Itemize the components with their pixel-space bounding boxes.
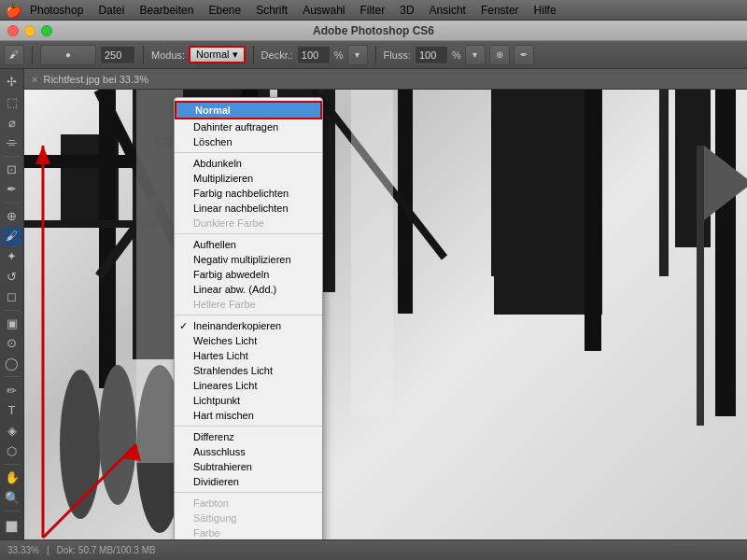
blend-farbe-item: Farbe bbox=[175, 525, 322, 539]
gradient-tool[interactable]: ▣ bbox=[2, 315, 22, 333]
menu-datei[interactable]: Datei bbox=[91, 2, 132, 19]
blend-weiches-licht-item[interactable]: Weiches Licht bbox=[175, 333, 322, 348]
blend-farbton-item: Farbton bbox=[175, 496, 322, 511]
shape-tool[interactable]: ⬡ bbox=[2, 441, 22, 460]
zoom-tool[interactable]: 🔍 bbox=[2, 488, 22, 507]
dd-sep-1 bbox=[175, 152, 322, 153]
zoom-level: 33.33% bbox=[7, 545, 39, 555]
eyedropper-tool[interactable]: ✒ bbox=[2, 180, 22, 199]
blend-farbig-abwedeln-item[interactable]: Farbig abwedeln bbox=[175, 267, 322, 282]
blend-aufhellen-item[interactable]: Aufhellen bbox=[175, 237, 322, 252]
brush-size-input[interactable] bbox=[100, 46, 135, 64]
blend-linear-nachbelichten-item[interactable]: Linear nachbelichten bbox=[175, 201, 322, 216]
brush-icon: 🖌 bbox=[9, 49, 19, 60]
menu-filter[interactable]: Filter bbox=[353, 2, 393, 19]
blend-abdunkeln-item[interactable]: Abdunkeln bbox=[175, 156, 322, 171]
brush-picker-btn[interactable]: ● bbox=[40, 45, 96, 65]
document-tab[interactable]: × Richtfest.jpg bei 33.3% bbox=[24, 69, 747, 90]
mode-label: Modus: bbox=[151, 49, 185, 61]
menu-ansicht[interactable]: Ansicht bbox=[422, 2, 473, 19]
eraser-tool[interactable]: ◻ bbox=[2, 287, 22, 306]
blend-hellere-farbe-item: Hellere Farbe bbox=[175, 297, 322, 312]
blend-hartes-licht-item[interactable]: Hartes Licht bbox=[175, 348, 322, 363]
menu-schrift[interactable]: Schrift bbox=[248, 2, 295, 19]
dropdown-menu: Normal Dahinter auftragen Löschen Abdunk… bbox=[174, 97, 323, 539]
menu-hilfe[interactable]: Hilfe bbox=[527, 2, 564, 19]
blend-hart-mischen-item[interactable]: Hart mischen bbox=[175, 408, 322, 423]
left-toolbar: ✢ ⬚ ⌀ ⌯ ⊡ ✒ ⊕ 🖌 ✦ ↺ ◻ ▣ ⊙ ◯ ✏ T ◈ ⬡ ✋ 🔍 … bbox=[0, 69, 24, 539]
titlebar: Adobe Photoshop CS6 bbox=[0, 21, 747, 41]
flow-input[interactable] bbox=[415, 46, 448, 64]
svg-rect-4 bbox=[24, 155, 136, 168]
blend-multiplizieren-item[interactable]: Multiplizieren bbox=[175, 171, 322, 186]
window-controls bbox=[7, 25, 52, 36]
lasso-tool[interactable]: ⌀ bbox=[2, 113, 22, 132]
flow-slider-btn[interactable]: ▾ bbox=[465, 45, 486, 65]
statusbar-sep: | bbox=[47, 545, 49, 555]
menu-ebene[interactable]: Ebene bbox=[201, 2, 248, 19]
blend-mode-dropdown: Normal Dahinter auftragen Löschen Abdunk… bbox=[174, 97, 323, 539]
path-tool[interactable]: ◈ bbox=[2, 422, 22, 441]
opacity-slider-btn[interactable]: ▾ bbox=[347, 45, 368, 65]
blend-farbig-nachbelichten-item[interactable]: Farbig nachbelichten bbox=[175, 186, 322, 201]
blend-ineinanderkopieren-item[interactable]: Ineinanderkopieren bbox=[175, 318, 322, 333]
dodge-tool[interactable]: ◯ bbox=[2, 355, 22, 373]
blend-subtrahieren-item[interactable]: Subtrahieren bbox=[175, 459, 322, 474]
svg-rect-8 bbox=[491, 90, 502, 276]
opacity-input[interactable] bbox=[297, 46, 331, 64]
blend-dividieren-item[interactable]: Dividieren bbox=[175, 474, 322, 489]
blend-loeschen-item[interactable]: Löschen bbox=[175, 134, 322, 149]
blend-linear-abw-item[interactable]: Linear abw. (Add.) bbox=[175, 282, 322, 297]
marquee-tool[interactable]: ⬚ bbox=[2, 93, 22, 112]
move-tool[interactable]: ✢ bbox=[2, 73, 22, 91]
menu-3d[interactable]: 3D bbox=[392, 2, 421, 19]
tool-sep-3 bbox=[4, 310, 21, 311]
blend-lichtpunkt-item[interactable]: Lichtpunkt bbox=[175, 393, 322, 408]
blend-dahinter-item[interactable]: Dahinter auftragen bbox=[175, 119, 322, 134]
hand-tool[interactable]: ✋ bbox=[2, 469, 22, 487]
crop-tool[interactable]: ⊡ bbox=[2, 160, 22, 178]
tool-sep-4 bbox=[4, 376, 21, 377]
blend-ausschluss-item[interactable]: Ausschluss bbox=[175, 444, 322, 459]
menu-auswahl[interactable]: Auswahl bbox=[295, 2, 352, 19]
tool-sep-6 bbox=[4, 511, 21, 511]
stamp-tool[interactable]: ✦ bbox=[2, 247, 22, 266]
blend-strahlendes-licht-item[interactable]: Strahlendes Licht bbox=[175, 363, 322, 378]
opacity-percent: % bbox=[334, 49, 344, 61]
svg-rect-21 bbox=[697, 146, 704, 426]
close-tab-btn[interactable]: × bbox=[32, 74, 37, 85]
tool-preset-btn[interactable]: 🖌 bbox=[4, 45, 24, 65]
brush-tool[interactable]: 🖌 bbox=[2, 227, 22, 245]
tablet-pressure-btn[interactable]: ✒ bbox=[514, 45, 534, 65]
photo-canvas bbox=[24, 90, 747, 539]
blur-tool[interactable]: ⊙ bbox=[2, 334, 22, 353]
menubar: 🍎 Photoshop Datei Bearbeiten Ebene Schri… bbox=[0, 0, 747, 21]
canvas-image[interactable] bbox=[24, 90, 747, 539]
blend-dunklere-farbe-item: Dunklere Farbe bbox=[175, 216, 322, 231]
text-tool[interactable]: T bbox=[2, 401, 22, 420]
blend-normal-item[interactable]: Normal bbox=[175, 101, 322, 119]
airbrush-btn[interactable]: ⊕ bbox=[489, 45, 510, 65]
close-button[interactable] bbox=[7, 25, 19, 36]
quick-select-tool[interactable]: ⌯ bbox=[2, 133, 22, 152]
menu-fenster[interactable]: Fenster bbox=[473, 2, 527, 19]
statusbar: 33.33% | Dok: 50.7 MB/100.3 MB bbox=[0, 539, 747, 560]
foreground-bg-tool[interactable]: ◼ bbox=[2, 515, 22, 536]
history-tool[interactable]: ↺ bbox=[2, 267, 22, 286]
blend-negativ-multiplizieren-item[interactable]: Negativ multiplizieren bbox=[175, 252, 322, 267]
maximize-button[interactable] bbox=[41, 25, 52, 36]
heal-tool[interactable]: ⊕ bbox=[2, 207, 22, 226]
apple-menu[interactable]: 🍎 bbox=[4, 0, 22, 21]
tool-sep-2 bbox=[4, 203, 21, 203]
pen-tool[interactable]: ✏ bbox=[2, 381, 22, 399]
blend-mode-selector[interactable]: Normal ▾ bbox=[189, 46, 246, 63]
minimize-button[interactable] bbox=[24, 25, 35, 36]
toolbar-sep-1 bbox=[32, 46, 33, 64]
menu-photoshop[interactable]: Photoshop bbox=[22, 2, 91, 19]
blend-differenz-item[interactable]: Differenz bbox=[175, 429, 322, 444]
menu-bearbeiten[interactable]: Bearbeiten bbox=[132, 2, 201, 19]
flow-percent: % bbox=[452, 49, 461, 61]
svg-rect-10 bbox=[659, 90, 669, 276]
photo-overlay bbox=[24, 90, 747, 539]
blend-lineares-licht-item[interactable]: Lineares Licht bbox=[175, 378, 322, 393]
